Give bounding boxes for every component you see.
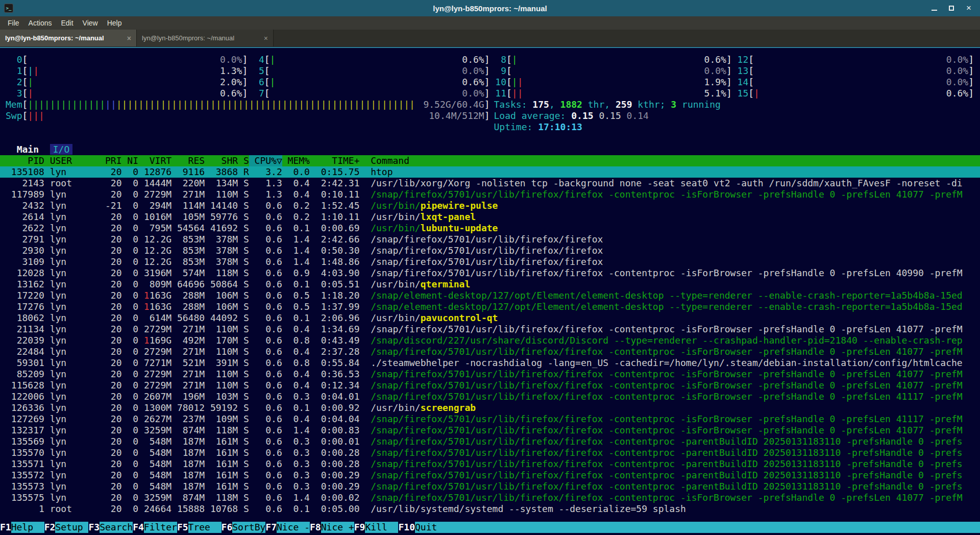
process-row[interactable]: 135108lyn2001287691163868R3.20.00:15.75h… (0, 166, 980, 178)
menu-item-view[interactable]: View (78, 17, 103, 29)
process-row[interactable]: 127269lyn2002627M237M109MS0.60.40:04.04/… (0, 414, 980, 425)
process-row[interactable]: 22484lyn2002729M271M110MS0.60.42:37.28/s… (0, 346, 980, 357)
process-row[interactable]: 21134lyn2002729M271M110MS0.60.41:34.69/s… (0, 324, 980, 335)
fkey-f7-label[interactable]: Nice - (277, 522, 310, 533)
text-segment: , (604, 99, 616, 110)
cell-ni: 0 (122, 346, 139, 357)
process-row[interactable]: 2791lyn20012.2G853M378MS0.61.42:42.66/sn… (0, 234, 980, 245)
cell-s: S (238, 312, 249, 324)
fkey-f6-key[interactable]: F6 (222, 522, 233, 533)
menu-item-file[interactable]: File (3, 17, 24, 29)
tab-close-icon[interactable]: × (264, 34, 268, 42)
terminal-viewport[interactable]: 0[0.0%]4[|0.6%]8[|0.6%]12[0.0%]1[||1.3%]… (0, 47, 980, 535)
cpu-meter-label: 1 (6, 65, 22, 77)
fkey-f5-label[interactable]: Tree (188, 522, 222, 533)
process-row[interactable]: 135573lyn200548M187M161MS0.60.30:00.29/s… (0, 481, 980, 492)
process-row[interactable]: 135571lyn200548M187M161MS0.60.30:00.28/s… (0, 458, 980, 470)
process-row[interactable]: 2614lyn2001016M105M59776S0.60.21:10.11/u… (0, 211, 980, 223)
process-row[interactable]: 117989lyn2002729M271M110MS1.30.40:10.11/… (0, 189, 980, 200)
process-row[interactable]: 17276lyn2001163G288M106MS0.60.51:37.99/s… (0, 301, 980, 312)
process-row[interactable]: 135572lyn200548M187M161MS0.60.30:00.29/s… (0, 470, 980, 481)
terminal-tab-2[interactable]: lyn@lyn-b850mprors: ~/manual× (137, 30, 274, 46)
process-row[interactable]: 22039lyn2001169G492M170MS0.60.80:43.49/s… (0, 335, 980, 346)
process-row[interactable]: 115628lyn2002729M271M110MS0.60.40:12.34/… (0, 380, 980, 391)
process-row[interactable]: 1root200246641588810768S0.60.10:05.00/us… (0, 503, 980, 515)
fkey-f10-label[interactable]: Quit (415, 522, 448, 533)
maximize-button[interactable] (946, 3, 957, 13)
meter-bracket: ] (242, 88, 248, 99)
fkey-f4-key[interactable]: F4 (133, 522, 144, 533)
cell-user: lyn (44, 346, 100, 357)
menu-item-actions[interactable]: Actions (24, 17, 57, 29)
fkey-f9-key[interactable]: F9 (354, 522, 365, 533)
fkey-f2-label[interactable]: Setup (55, 522, 88, 533)
terminal-tab-1[interactable]: lyn@lyn-b850mprors: ~/manual× (0, 30, 137, 46)
process-row[interactable]: 17220lyn2001163G288M106MS0.60.51:18.20/s… (0, 290, 980, 301)
cpu-percent: 0.6% (454, 54, 484, 65)
cpu-meter-3: 3[|0.6%] (6, 88, 248, 99)
cpu-percent: 1.3% (212, 65, 242, 77)
fkey-f7-key[interactable]: F7 (265, 522, 277, 533)
tab-close-icon[interactable]: × (127, 34, 131, 42)
process-row[interactable]: 2432lyn-210294M114M14140S0.60.21:52.45/u… (0, 200, 980, 211)
cell-user: lyn (44, 312, 100, 324)
minimize-button[interactable] (929, 3, 939, 13)
process-row[interactable]: 135575lyn2003259M874M118MS0.61.40:00.02/… (0, 492, 980, 503)
fkey-f6-label[interactable]: SortBy (232, 522, 265, 533)
cell-user: lyn (44, 458, 100, 470)
column-header-cmd[interactable]: Command (359, 155, 980, 166)
fkey-f3-key[interactable]: F3 (88, 522, 100, 533)
process-row[interactable]: 12028lyn2003196M574M118MS0.60.94:03.90/s… (0, 268, 980, 279)
process-row[interactable]: 2622lyn200795M5456441692S0.60.10:00.69/u… (0, 223, 980, 234)
column-header-pri[interactable]: PRI (100, 155, 121, 166)
close-button[interactable]: × (964, 3, 974, 13)
fkey-f1-key[interactable]: F1 (0, 522, 11, 533)
meter-bar-area: || (512, 77, 696, 88)
column-header-virt[interactable]: VIRT (138, 155, 172, 166)
process-row[interactable]: 85209lyn2002729M271M110MS0.60.40:36.53/s… (0, 369, 980, 380)
meter-bar-area (512, 65, 696, 77)
fkey-f4-label[interactable]: Filter (144, 522, 177, 533)
menu-item-edit[interactable]: Edit (56, 17, 78, 29)
fkey-f2-key[interactable]: F2 (44, 522, 56, 533)
process-row[interactable]: 18062lyn200614M5648044092S0.60.12:06.96/… (0, 312, 980, 324)
menu-item-help[interactable]: Help (103, 17, 127, 29)
process-row[interactable]: 3109lyn20012.2G853M378MS0.61.41:48.86/sn… (0, 256, 980, 268)
fkey-f1-label[interactable]: Help (11, 522, 44, 533)
fkey-f5-key[interactable]: F5 (177, 522, 188, 533)
process-row[interactable]: 135569lyn200548M187M161MS0.60.30:00.01/s… (0, 436, 980, 447)
column-header-res[interactable]: RES (172, 155, 205, 166)
column-header-pid[interactable]: PID (6, 155, 44, 166)
column-header-cpu[interactable]: CPU%▽ (249, 155, 282, 166)
cell-s: S (238, 436, 249, 447)
fkey-f9-label[interactable]: Kill (365, 522, 398, 533)
column-header-user[interactable]: USER (44, 155, 100, 166)
process-row[interactable]: 59301lyn2007271M521M391MS0.60.80:55.84./… (0, 357, 980, 369)
column-header-shr[interactable]: SHR (205, 155, 238, 166)
column-header-s[interactable]: S (238, 155, 249, 166)
process-row[interactable]: 122006lyn2002607M196M103MS0.60.30:04.01/… (0, 391, 980, 402)
htop-screen-tab-main[interactable]: Main (17, 144, 39, 155)
process-row[interactable]: 135570lyn200548M187M161MS0.60.30:00.28/s… (0, 447, 980, 458)
process-row[interactable]: 13162lyn200809M6469650864S0.60.10:05.51/… (0, 279, 980, 290)
cell-pid: 21134 (6, 324, 44, 335)
process-row[interactable]: 126336lyn2001300M7801259192S0.60.10:00.9… (0, 402, 980, 414)
process-row[interactable]: 2930lyn20012.2G853M378MS0.61.40:50.30/sn… (0, 245, 980, 256)
window-controls: × (929, 3, 980, 13)
memory-meters: Mem[||||||||||||||||||||||||||||||||||||… (6, 99, 490, 133)
htop-screen-tab-io[interactable]: I/O (50, 144, 73, 155)
process-row[interactable]: 2143root2001444M220M134MS1.30.42:42.31/u… (0, 178, 980, 189)
column-header-time[interactable]: TIME+ (310, 155, 360, 166)
column-header-mem[interactable]: MEM% (282, 155, 310, 166)
meter-bracket: [ (506, 65, 512, 77)
process-row[interactable]: 132317lyn2003259M874M118MS0.61.40:00.83/… (0, 425, 980, 436)
cell-shr: 378M (205, 256, 238, 268)
fkey-f3-label[interactable]: Search (100, 522, 133, 533)
fkey-f10-key[interactable]: F10 (398, 522, 415, 533)
cell-pri: 20 (100, 245, 121, 256)
fkey-f8-key[interactable]: F8 (310, 522, 321, 533)
text-segment: Tasks: (494, 99, 533, 110)
cell-pri: 20 (100, 503, 121, 515)
column-header-ni[interactable]: NI (122, 155, 139, 166)
fkey-f8-label[interactable]: Nice + (321, 522, 354, 533)
